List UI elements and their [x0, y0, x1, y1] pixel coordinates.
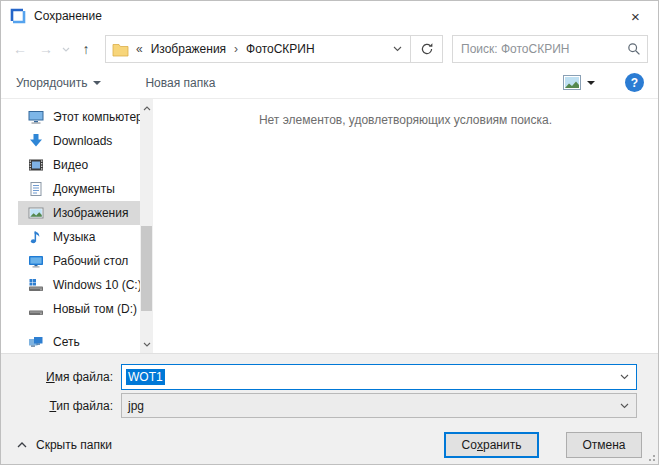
- sidebar-item-label: Рабочий стол: [53, 254, 128, 268]
- footer-row: Скрыть папки Сохранить Отмена: [1, 432, 658, 458]
- sidebar-item-сеть[interactable]: Сеть: [18, 330, 140, 354]
- forward-button[interactable]: →: [33, 36, 59, 62]
- scroll-down-icon[interactable]: [140, 337, 153, 351]
- file-name-value: WOT1: [126, 369, 165, 385]
- cancel-button[interactable]: Отмена: [566, 432, 642, 458]
- search-input[interactable]: [461, 42, 627, 56]
- sidebar-item-label: Сеть: [53, 335, 80, 349]
- up-button[interactable]: ↑: [73, 36, 99, 62]
- breadcrumb-collapsed-marker[interactable]: «: [136, 42, 143, 56]
- navigation-bar: ← → ↑ «Изображения›ФотоСКРИН: [1, 31, 658, 67]
- music-icon: [28, 229, 44, 245]
- file-name-row: Имя файла: WOT1: [1, 364, 658, 390]
- sidebar-item-label: Downloads: [53, 134, 112, 148]
- file-type-value: jpg: [128, 399, 144, 413]
- hide-folders-label: Скрыть папки: [36, 438, 112, 452]
- toolbar-right-group: ?: [563, 73, 644, 92]
- sidebar-item-изображения[interactable]: Изображения: [18, 201, 140, 225]
- organize-label: Упорядочить: [16, 76, 87, 90]
- save-button[interactable]: Сохранить: [444, 432, 539, 458]
- drive-windows-icon: [28, 277, 44, 293]
- sidebar-item-этот-компьютер[interactable]: Этот компьютер: [18, 105, 140, 129]
- breadcrumb-item[interactable]: ФотоСКРИН: [246, 42, 315, 56]
- sidebar-item-windows-10-c-[interactable]: Windows 10 (C:): [18, 273, 140, 297]
- hide-folders-button[interactable]: Скрыть папки: [17, 438, 112, 452]
- app-crop-icon: [10, 8, 26, 24]
- sidebar-item-рабочий-стол[interactable]: Рабочий стол: [18, 249, 140, 273]
- file-name-label: Имя файла:: [1, 370, 113, 384]
- thumbnail-view-icon: [563, 75, 581, 90]
- file-type-row: Тип файла: jpg: [1, 393, 658, 418]
- scrollbar-thumb[interactable]: [141, 226, 152, 311]
- navigation-pane: Этот компьютерDownloadsВидеоДокументыИзо…: [1, 99, 153, 353]
- breadcrumb-separator-icon[interactable]: ›: [234, 42, 238, 56]
- search-icon[interactable]: [627, 42, 641, 56]
- window-title: Сохранение: [34, 9, 102, 23]
- recent-locations-chevron-icon[interactable]: [59, 36, 73, 62]
- sidebar-item-label: Этот компьютер: [53, 110, 143, 124]
- breadcrumb[interactable]: «Изображения›ФотоСКРИН: [105, 35, 443, 63]
- sidebar-item-новый-том-d-[interactable]: Новый том (D:): [18, 297, 140, 321]
- sidebar-item-видео[interactable]: Видео: [18, 153, 140, 177]
- file-type-dropdown-icon[interactable]: [620, 403, 629, 409]
- search-box: [452, 35, 648, 63]
- scroll-up-icon[interactable]: [140, 101, 153, 115]
- network-icon: [28, 334, 44, 350]
- chevron-up-icon: [17, 442, 27, 448]
- title-bar: Сохранение ×: [1, 1, 658, 31]
- sidebar-item-label: Документы: [53, 182, 115, 196]
- view-caret-icon: [587, 81, 595, 85]
- sidebar-item-downloads[interactable]: Downloads: [18, 129, 140, 153]
- empty-search-message: Нет элементов, удовлетворяющих условиям …: [153, 113, 658, 127]
- new-folder-label: Новая папка: [145, 76, 215, 90]
- drive-icon: [28, 301, 44, 317]
- bottom-panel: Имя файла: WOT1 Тип файла: jpg: [1, 353, 658, 465]
- change-view-button[interactable]: [563, 75, 595, 90]
- organize-button[interactable]: Упорядочить: [16, 76, 101, 90]
- file-type-select[interactable]: jpg: [121, 393, 637, 418]
- sidebar-item-музыка[interactable]: Музыка: [18, 225, 140, 249]
- command-toolbar: Упорядочить Новая папка ?: [1, 67, 658, 99]
- documents-icon: [28, 181, 44, 197]
- folder-icon: [112, 42, 129, 57]
- file-name-input[interactable]: WOT1: [121, 364, 637, 390]
- sidebar-item-label: Музыка: [53, 230, 95, 244]
- breadcrumb-dropdown-chevron-icon[interactable]: [384, 36, 410, 62]
- new-folder-button[interactable]: Новая папка: [145, 76, 215, 90]
- close-button[interactable]: ×: [613, 1, 658, 31]
- sidebar-item-label: Изображения: [53, 206, 128, 220]
- pictures-icon: [28, 205, 44, 221]
- organize-caret-icon: [93, 81, 101, 85]
- file-type-label: Тип файла:: [1, 399, 113, 413]
- refresh-icon[interactable]: [410, 36, 442, 62]
- breadcrumb-items: «Изображения›ФотоСКРИН: [136, 42, 323, 56]
- resize-grip[interactable]: [645, 451, 655, 461]
- save-dialog-window: Сохранение × ← → ↑ «Изображения›ФотоСКРИ…: [0, 0, 659, 465]
- dialog-buttons: Сохранить Отмена: [444, 432, 642, 458]
- sidebar-scrollbar[interactable]: [140, 99, 153, 353]
- desktop-icon: [28, 253, 44, 269]
- content-area: Этот компьютерDownloadsВидеоДокументыИзо…: [1, 99, 658, 353]
- file-list-area[interactable]: Нет элементов, удовлетворяющих условиям …: [153, 99, 658, 353]
- video-icon: [28, 157, 44, 173]
- help-icon[interactable]: ?: [625, 73, 644, 92]
- breadcrumb-item[interactable]: Изображения: [151, 42, 226, 56]
- sidebar-item-label: Windows 10 (C:): [53, 278, 142, 292]
- sidebar-item-label: Новый том (D:): [53, 302, 137, 316]
- downloads-icon: [28, 133, 44, 149]
- back-button[interactable]: ←: [7, 36, 33, 62]
- sidebar-item-документы[interactable]: Документы: [18, 177, 140, 201]
- sidebar-item-label: Видео: [53, 158, 88, 172]
- file-name-dropdown-icon[interactable]: [620, 374, 629, 380]
- this-pc-icon: [28, 109, 44, 125]
